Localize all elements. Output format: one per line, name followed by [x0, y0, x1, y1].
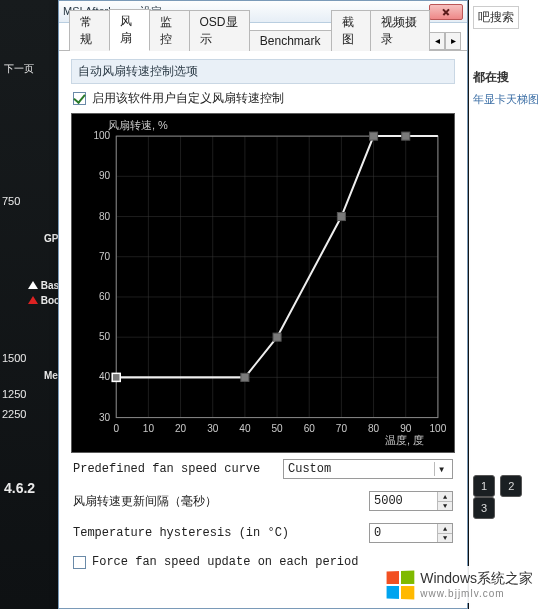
svg-text:70: 70 [99, 251, 111, 262]
svg-rect-41 [273, 333, 281, 341]
tab-monitoring[interactable]: 监控 [149, 10, 190, 51]
background-sidebar: 吧搜索 都在搜 年显卡天梯图 32°F 1 2 3 [469, 0, 549, 609]
bg-hot-label: 都在搜 [473, 69, 545, 86]
svg-rect-42 [337, 213, 345, 221]
bg-gp: GP [44, 233, 58, 244]
tab-osd[interactable]: OSD显示 [189, 10, 250, 51]
watermark-title: Windows系统之家 [420, 570, 533, 588]
force-update-label: Force fan speed update on each period [92, 555, 358, 569]
svg-text:80: 80 [99, 211, 111, 222]
bg-next-page[interactable]: 下一页 [4, 62, 34, 76]
svg-text:60: 60 [304, 423, 316, 434]
bg-bas: Bas [41, 280, 59, 291]
bg-me: Me [44, 370, 58, 381]
tab-scroll-right-icon[interactable]: ▸ [445, 32, 461, 50]
predefined-curve-value: Custom [288, 462, 331, 476]
svg-text:60: 60 [99, 291, 111, 302]
bg-tick: 1500 [2, 352, 26, 364]
svg-rect-39 [112, 373, 120, 381]
svg-text:10: 10 [143, 423, 155, 434]
windows-logo-icon [387, 570, 415, 599]
tab-fan[interactable]: 风扇 [109, 9, 150, 51]
enable-custom-fan-checkbox[interactable] [73, 92, 86, 105]
bg-page-2[interactable]: 2 [500, 475, 522, 497]
svg-text:100: 100 [93, 130, 110, 141]
bg-version: 4.6.2 [4, 480, 35, 496]
svg-text:30: 30 [99, 412, 111, 423]
svg-text:40: 40 [99, 371, 111, 382]
force-update-checkbox[interactable] [73, 556, 86, 569]
svg-rect-44 [402, 132, 410, 140]
hysteresis-label: Temperature hysteresis (in °C) [73, 526, 361, 540]
enable-custom-fan-label: 启用该软件用户自定义风扇转速控制 [92, 90, 284, 107]
spinner-down-icon[interactable]: ▼ [438, 501, 452, 510]
watermark-url: www.bjjmlv.com [420, 588, 533, 599]
update-period-spinner[interactable]: 5000 ▲▼ [369, 491, 453, 511]
svg-text:80: 80 [368, 423, 380, 434]
bg-tick: 1250 [2, 388, 26, 400]
section-title: 自动风扇转速控制选项 [71, 59, 455, 84]
tab-general[interactable]: 常规 [69, 10, 110, 51]
bg-hot-item[interactable]: 年显卡天梯图 [473, 92, 545, 107]
update-period-value: 5000 [374, 494, 403, 508]
tab-screenshot[interactable]: 截图 [331, 10, 372, 51]
chart-svg[interactable]: 010203040506070809010030405060708090100 [72, 114, 454, 456]
predefined-curve-combo[interactable]: Custom ▾ [283, 459, 453, 479]
tab-video[interactable]: 视频摄录 [370, 10, 430, 51]
svg-rect-43 [370, 132, 378, 140]
svg-text:100: 100 [430, 423, 447, 434]
settings-dialog: MSI Afterburner设定 常规 风扇 监控 OSD显示 Benchma… [58, 0, 468, 609]
update-period-label: 风扇转速更新间隔（毫秒） [73, 493, 361, 510]
tab-scroll-left-icon[interactable]: ◂ [429, 32, 445, 50]
svg-text:30: 30 [207, 423, 219, 434]
hysteresis-spinner[interactable]: 0 ▲▼ [369, 523, 453, 543]
spinner-up-icon[interactable]: ▲ [438, 524, 452, 533]
chart-x-label: 温度, 度 [385, 433, 424, 448]
bg-pagination: 1 2 3 [473, 475, 549, 519]
svg-rect-40 [241, 373, 249, 381]
svg-text:90: 90 [400, 423, 412, 434]
chevron-down-icon[interactable]: ▾ [434, 462, 448, 476]
close-icon[interactable] [429, 4, 463, 20]
bg-page-3[interactable]: 3 [473, 497, 495, 519]
svg-text:90: 90 [99, 170, 111, 181]
tab-strip: 常规 风扇 监控 OSD显示 Benchmark 截图 视频摄录 ◂ ▸ [59, 23, 467, 51]
watermark: Windows系统之家 www.bjjmlv.com [378, 566, 541, 603]
spinner-down-icon[interactable]: ▼ [438, 533, 452, 542]
fan-curve-chart[interactable]: 风扇转速, % 01020304050607080901003040506070… [71, 113, 455, 453]
tab-content: 自动风扇转速控制选项 启用该软件用户自定义风扇转速控制 风扇转速, % 0102… [59, 51, 467, 587]
tab-benchmark[interactable]: Benchmark [249, 30, 332, 51]
svg-text:40: 40 [239, 423, 251, 434]
bg-page-1[interactable]: 1 [473, 475, 495, 497]
bg-tick: 2250 [2, 408, 26, 420]
predefined-curve-label: Predefined fan speed curve [73, 462, 275, 476]
bg-search-button[interactable]: 吧搜索 [473, 6, 519, 29]
hysteresis-value: 0 [374, 526, 381, 540]
svg-text:70: 70 [336, 423, 348, 434]
bg-tick: 750 [2, 195, 20, 207]
svg-text:20: 20 [175, 423, 187, 434]
svg-text:50: 50 [99, 331, 111, 342]
svg-text:50: 50 [271, 423, 283, 434]
svg-text:0: 0 [113, 423, 119, 434]
spinner-up-icon[interactable]: ▲ [438, 492, 452, 501]
